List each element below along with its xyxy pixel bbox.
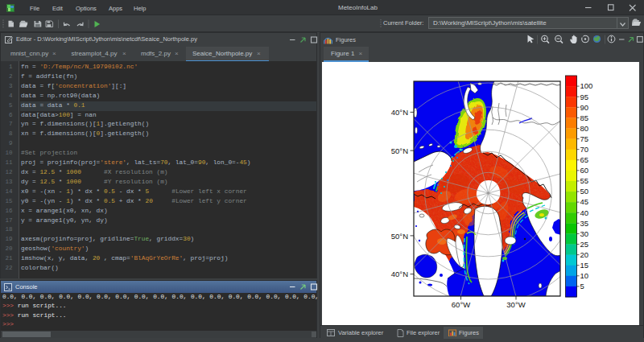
svg-text:60°W: 60°W xyxy=(452,300,470,309)
svg-text:50°N: 50°N xyxy=(391,232,408,241)
svg-text:85: 85 xyxy=(580,113,589,122)
svg-text:55: 55 xyxy=(580,176,589,185)
svg-text:65: 65 xyxy=(580,155,589,164)
svg-text:40°N: 40°N xyxy=(391,270,408,278)
svg-text:15: 15 xyxy=(580,261,589,270)
svg-text:90: 90 xyxy=(580,103,589,112)
svg-text:20: 20 xyxy=(580,250,589,259)
svg-text:30: 30 xyxy=(580,229,589,238)
svg-text:75: 75 xyxy=(580,134,589,143)
svg-text:70: 70 xyxy=(580,145,589,154)
svg-text:50: 50 xyxy=(580,187,589,196)
svg-text:35: 35 xyxy=(580,219,589,228)
svg-text:25: 25 xyxy=(580,240,589,249)
svg-text:40: 40 xyxy=(580,208,589,217)
svg-text:5: 5 xyxy=(580,282,584,290)
svg-text:10: 10 xyxy=(580,271,589,280)
svg-text:100: 100 xyxy=(580,81,593,90)
svg-text:45: 45 xyxy=(580,197,589,206)
svg-text:40°N: 40°N xyxy=(391,108,408,117)
svg-text:80: 80 xyxy=(580,124,589,133)
svg-text:30°W: 30°W xyxy=(506,300,525,309)
svg-text:60: 60 xyxy=(580,166,589,175)
svg-text:95: 95 xyxy=(580,93,589,101)
svg-text:50°N: 50°N xyxy=(391,146,408,155)
